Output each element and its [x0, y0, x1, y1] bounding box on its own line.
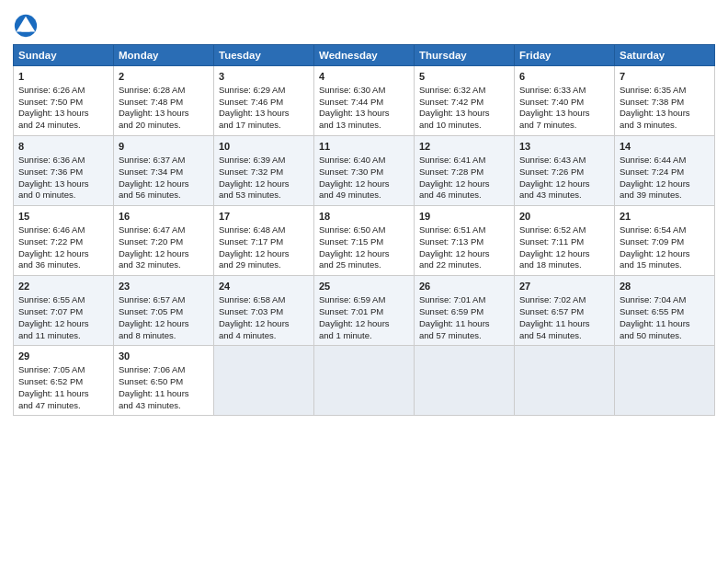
calendar-cell: 4Sunrise: 6:30 AMSunset: 7:44 PMDaylight…	[314, 66, 415, 136]
day-info: and 13 minutes.	[319, 120, 409, 132]
calendar-cell: 21Sunrise: 6:54 AMSunset: 7:09 PMDayligh…	[615, 206, 715, 276]
calendar-week-3: 15Sunrise: 6:46 AMSunset: 7:22 PMDayligh…	[14, 206, 715, 276]
day-info: Daylight: 13 hours	[519, 108, 609, 120]
day-number: 9	[119, 140, 209, 154]
day-info: Daylight: 12 hours	[18, 248, 108, 260]
day-number: 24	[219, 280, 309, 293]
calendar-cell: 6Sunrise: 6:33 AMSunset: 7:40 PMDaylight…	[515, 66, 615, 136]
day-info: Sunset: 7:34 PM	[119, 167, 209, 178]
day-info: and 53 minutes.	[219, 190, 309, 201]
day-info: Sunrise: 6:29 AM	[219, 85, 309, 97]
day-info: Sunset: 7:38 PM	[620, 97, 710, 109]
calendar-cell: 5Sunrise: 6:32 AMSunset: 7:42 PMDaylight…	[415, 66, 515, 136]
day-number: 16	[119, 210, 209, 224]
day-number: 2	[119, 70, 209, 84]
day-info: Sunset: 7:32 PM	[219, 167, 309, 178]
calendar-cell: 18Sunrise: 6:50 AMSunset: 7:15 PMDayligh…	[314, 206, 415, 276]
calendar-cell: 27Sunrise: 7:02 AMSunset: 6:57 PMDayligh…	[515, 276, 615, 346]
day-number: 11	[319, 140, 409, 154]
day-info: Sunset: 7:36 PM	[18, 167, 108, 178]
day-number: 3	[219, 70, 309, 84]
day-info: Sunset: 7:07 PM	[18, 306, 108, 318]
day-number: 15	[18, 210, 108, 224]
calendar-week-2: 8Sunrise: 6:36 AMSunset: 7:36 PMDaylight…	[14, 136, 715, 206]
calendar-week-4: 22Sunrise: 6:55 AMSunset: 7:07 PMDayligh…	[14, 276, 715, 346]
day-info: and 8 minutes.	[119, 330, 209, 342]
day-info: Sunrise: 6:43 AM	[519, 155, 609, 167]
day-info: Sunset: 7:22 PM	[18, 236, 108, 248]
day-info: and 39 minutes.	[620, 190, 710, 201]
day-number: 26	[419, 280, 509, 293]
calendar-cell: 11Sunrise: 6:40 AMSunset: 7:30 PMDayligh…	[314, 136, 415, 206]
calendar-cell	[314, 346, 415, 416]
day-info: Sunrise: 6:30 AM	[319, 85, 409, 97]
day-number: 29	[18, 350, 108, 363]
day-info: Sunset: 7:46 PM	[219, 97, 309, 109]
calendar-cell	[415, 346, 515, 416]
day-number: 18	[319, 210, 409, 224]
calendar-cell: 12Sunrise: 6:41 AMSunset: 7:28 PMDayligh…	[415, 136, 515, 206]
day-info: and 25 minutes.	[319, 259, 409, 271]
day-info: Sunset: 7:13 PM	[419, 236, 509, 248]
day-info: Sunset: 7:40 PM	[519, 97, 609, 109]
day-info: Daylight: 13 hours	[620, 108, 710, 120]
day-info: Daylight: 12 hours	[620, 178, 710, 190]
calendar-cell	[214, 346, 314, 416]
calendar-table: SundayMondayTuesdayWednesdayThursdayFrid…	[13, 44, 715, 416]
calendar-cell: 28Sunrise: 7:04 AMSunset: 6:55 PMDayligh…	[615, 276, 715, 346]
calendar-cell: 16Sunrise: 6:47 AMSunset: 7:20 PMDayligh…	[114, 206, 214, 276]
day-number: 12	[419, 140, 509, 154]
day-info: Daylight: 12 hours	[519, 248, 609, 260]
day-info: Sunset: 7:20 PM	[119, 236, 209, 248]
day-info: Sunset: 7:48 PM	[119, 97, 209, 109]
day-info: and 20 minutes.	[119, 120, 209, 132]
calendar-cell: 30Sunrise: 7:06 AMSunset: 6:50 PMDayligh…	[114, 346, 214, 416]
calendar-cell: 20Sunrise: 6:52 AMSunset: 7:11 PMDayligh…	[515, 206, 615, 276]
day-number: 14	[620, 140, 710, 154]
day-info: Sunset: 7:15 PM	[319, 236, 409, 248]
day-info: Sunset: 7:50 PM	[18, 97, 108, 109]
day-number: 4	[319, 70, 409, 84]
day-info: Daylight: 13 hours	[219, 108, 309, 120]
day-info: and 43 minutes.	[119, 400, 209, 412]
day-info: Daylight: 12 hours	[119, 178, 209, 190]
day-info: and 11 minutes.	[18, 330, 108, 342]
day-info: and 50 minutes.	[620, 330, 710, 342]
calendar-cell	[515, 346, 615, 416]
day-info: Sunrise: 6:41 AM	[419, 155, 509, 167]
day-info: Daylight: 13 hours	[319, 108, 409, 120]
calendar-header-row: SundayMondayTuesdayWednesdayThursdayFrid…	[14, 45, 715, 66]
svg-rect-2	[21, 27, 29, 32]
day-info: and 18 minutes.	[519, 259, 609, 271]
day-info: Daylight: 12 hours	[219, 178, 309, 190]
day-info: and 1 minute.	[319, 330, 409, 342]
logo	[13, 13, 42, 39]
day-number: 30	[119, 350, 209, 363]
day-info: Daylight: 11 hours	[620, 318, 710, 330]
calendar-cell	[615, 346, 715, 416]
day-info: Sunset: 7:11 PM	[519, 236, 609, 248]
day-info: Sunset: 7:44 PM	[319, 97, 409, 109]
day-info: Sunset: 6:57 PM	[519, 306, 609, 318]
day-info: Sunrise: 6:32 AM	[419, 85, 509, 97]
day-info: Sunset: 6:59 PM	[419, 306, 509, 318]
day-info: and 10 minutes.	[419, 120, 509, 132]
day-info: Sunset: 7:17 PM	[219, 236, 309, 248]
day-info: Sunset: 6:55 PM	[620, 306, 710, 318]
day-info: and 15 minutes.	[620, 259, 710, 271]
day-info: Sunset: 7:30 PM	[319, 167, 409, 178]
day-number: 5	[419, 70, 509, 84]
day-info: Sunrise: 6:26 AM	[18, 85, 108, 97]
day-header-saturday: Saturday	[615, 45, 715, 66]
day-info: Sunrise: 6:46 AM	[18, 224, 108, 236]
day-number: 19	[419, 210, 509, 224]
day-info: Sunrise: 6:50 AM	[319, 224, 409, 236]
day-info: and 3 minutes.	[620, 120, 710, 132]
day-info: Daylight: 12 hours	[319, 248, 409, 260]
day-number: 20	[519, 210, 609, 224]
day-info: Daylight: 12 hours	[18, 318, 108, 330]
calendar-body: 1Sunrise: 6:26 AMSunset: 7:50 PMDaylight…	[14, 66, 715, 416]
day-info: and 56 minutes.	[119, 190, 209, 201]
calendar-week-1: 1Sunrise: 6:26 AMSunset: 7:50 PMDaylight…	[14, 66, 715, 136]
calendar-cell: 9Sunrise: 6:37 AMSunset: 7:34 PMDaylight…	[114, 136, 214, 206]
